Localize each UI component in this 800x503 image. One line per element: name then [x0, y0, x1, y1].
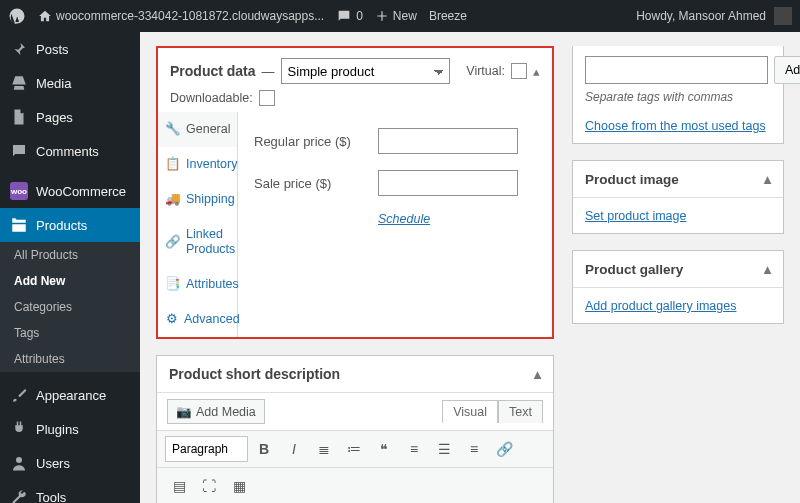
product-data-panel: Product data — Simple product Virtual: ▴… — [156, 46, 554, 339]
menu-woocommerce[interactable]: wooWooCommerce — [0, 174, 140, 208]
list-icon: 📑 — [166, 278, 180, 292]
bold-button[interactable]: B — [250, 435, 278, 463]
pin-icon — [10, 40, 28, 58]
wrench-icon — [10, 488, 28, 503]
page-icon — [10, 108, 28, 126]
menu-pages[interactable]: Pages — [0, 100, 140, 134]
submenu-products: All Products Add New Categories Tags Att… — [0, 242, 140, 372]
product-data-title: Product data — [170, 63, 256, 79]
menu-appearance[interactable]: Appearance — [0, 378, 140, 412]
add-media-button[interactable]: 📷Add Media — [167, 399, 265, 424]
virtual-label: Virtual: — [466, 64, 505, 78]
brush-icon — [10, 386, 28, 404]
regular-price-input[interactable] — [378, 128, 518, 154]
virtual-checkbox[interactable] — [511, 63, 527, 79]
media-icon — [10, 74, 28, 92]
new-link[interactable]: New — [375, 9, 417, 23]
product-image-panel: Product image▴ Set product image — [572, 160, 784, 234]
tag-input[interactable] — [585, 56, 768, 84]
sub-tags[interactable]: Tags — [0, 320, 140, 346]
editor-toolbar-2: ▤ ⛶ ▦ — [157, 467, 553, 503]
breeze-link[interactable]: Breeze — [429, 9, 467, 23]
panel-toggle-icon[interactable]: ▴ — [533, 64, 540, 79]
truck-icon: 🚚 — [166, 193, 180, 207]
tab-content-general: Regular price ($) Sale price ($) Schedul… — [238, 112, 552, 337]
tab-attributes[interactable]: 📑Attributes — [158, 267, 237, 302]
sub-attributes[interactable]: Attributes — [0, 346, 140, 372]
sale-price-input[interactable] — [378, 170, 518, 196]
align-left-button[interactable]: ≡ — [400, 435, 428, 463]
wrench-icon: 🔧 — [166, 123, 180, 137]
editor-toolbar: Paragraph B I ≣ ≔ ❝ ≡ ☰ ≡ 🔗 — [157, 430, 553, 467]
product-gallery-title: Product gallery — [585, 262, 683, 277]
comments-count: 0 — [356, 9, 363, 23]
menu-tools[interactable]: Tools — [0, 480, 140, 503]
panel-toggle-icon[interactable]: ▴ — [764, 261, 771, 277]
product-image-title: Product image — [585, 172, 679, 187]
link-button[interactable]: 🔗 — [490, 435, 518, 463]
product-icon — [10, 216, 28, 234]
short-desc-title: Product short description — [169, 366, 340, 382]
plus-icon — [375, 9, 389, 23]
fullscreen-button[interactable]: ⛶ — [195, 472, 223, 500]
schedule-link[interactable]: Schedule — [378, 212, 536, 226]
menu-plugins[interactable]: Plugins — [0, 412, 140, 446]
panel-toggle-icon[interactable]: ▴ — [534, 366, 541, 382]
link-icon: 🔗 — [166, 235, 180, 249]
menu-users[interactable]: Users — [0, 446, 140, 480]
gear-icon: ⚙ — [166, 313, 178, 327]
italic-button[interactable]: I — [280, 435, 308, 463]
tab-inventory[interactable]: 📋Inventory — [158, 147, 237, 182]
add-gallery-link[interactable]: Add product gallery images — [585, 299, 736, 313]
comment-icon — [336, 8, 352, 24]
regular-price-label: Regular price ($) — [254, 134, 364, 149]
tab-general[interactable]: 🔧General — [158, 112, 237, 147]
sale-price-label: Sale price ($) — [254, 176, 364, 191]
ul-button[interactable]: ≣ — [310, 435, 338, 463]
avatar[interactable] — [774, 7, 792, 25]
menu-posts[interactable]: Posts — [0, 32, 140, 66]
format-select[interactable]: Paragraph — [165, 436, 248, 462]
more-button[interactable]: ▤ — [165, 472, 193, 500]
visual-tab[interactable]: Visual — [442, 400, 498, 423]
menu-media[interactable]: Media — [0, 66, 140, 100]
user-icon — [10, 454, 28, 472]
home-icon — [38, 9, 52, 23]
sub-categories[interactable]: Categories — [0, 294, 140, 320]
woo-icon: woo — [10, 182, 28, 200]
align-center-button[interactable]: ☰ — [430, 435, 458, 463]
sub-all-products[interactable]: All Products — [0, 242, 140, 268]
downloadable-label: Downloadable: — [170, 91, 253, 105]
quote-button[interactable]: ❝ — [370, 435, 398, 463]
tags-hint: Separate tags with commas — [585, 90, 771, 104]
camera-icon: 📷 — [176, 404, 192, 419]
tab-advanced[interactable]: ⚙Advanced — [158, 302, 237, 337]
comments-link[interactable]: 0 — [336, 8, 363, 24]
admin-sidebar: Posts Media Pages Comments wooWooCommerc… — [0, 32, 140, 503]
tab-linked[interactable]: 🔗Linked Products — [158, 217, 237, 267]
product-gallery-panel: Product gallery▴ Add product gallery ima… — [572, 250, 784, 324]
admin-bar: woocommerce-334042-1081872.cloudwaysapps… — [0, 0, 800, 32]
plug-icon — [10, 420, 28, 438]
menu-products[interactable]: Products — [0, 208, 140, 242]
svg-point-0 — [16, 457, 22, 463]
align-right-button[interactable]: ≡ — [460, 435, 488, 463]
text-tab[interactable]: Text — [498, 400, 543, 423]
tags-panel: Add Separate tags with commas Choose fro… — [572, 46, 784, 144]
downloadable-checkbox[interactable] — [259, 90, 275, 106]
sub-add-new[interactable]: Add New — [0, 268, 140, 294]
ol-button[interactable]: ≔ — [340, 435, 368, 463]
tab-shipping[interactable]: 🚚Shipping — [158, 182, 237, 217]
toolbar-toggle-button[interactable]: ▦ — [225, 472, 253, 500]
panel-toggle-icon[interactable]: ▴ — [764, 171, 771, 187]
comment-icon — [10, 142, 28, 160]
wordpress-logo-icon[interactable] — [8, 7, 26, 25]
add-tag-button[interactable]: Add — [774, 56, 800, 84]
product-type-select[interactable]: Simple product — [281, 58, 451, 84]
choose-tags-link[interactable]: Choose from the most used tags — [585, 119, 766, 133]
site-name: woocommerce-334042-1081872.cloudwaysapps… — [56, 9, 324, 23]
site-link[interactable]: woocommerce-334042-1081872.cloudwaysapps… — [38, 9, 324, 23]
howdy-link[interactable]: Howdy, Mansoor Ahmed — [636, 9, 766, 23]
menu-comments[interactable]: Comments — [0, 134, 140, 168]
set-image-link[interactable]: Set product image — [585, 209, 686, 223]
